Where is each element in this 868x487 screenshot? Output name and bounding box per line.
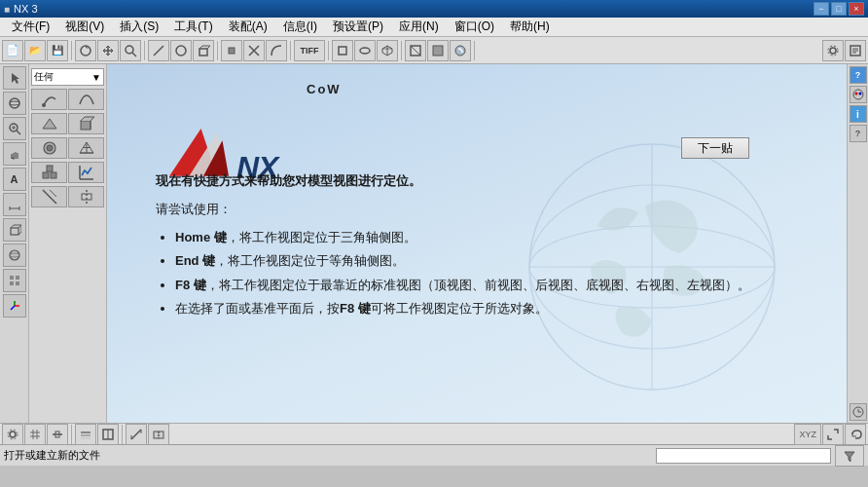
extrude-button[interactable] [193, 40, 214, 61]
circle-icon [174, 44, 188, 57]
svg-rect-35 [10, 281, 14, 285]
section-button[interactable] [148, 424, 169, 445]
analysis-button[interactable] [68, 162, 104, 183]
trim-button[interactable] [243, 40, 265, 61]
sidebar-sphere-button[interactable] [3, 244, 26, 267]
menu-application[interactable]: 应用(N) [391, 17, 447, 37]
bottom-right-1[interactable] [822, 424, 844, 445]
menu-preferences[interactable]: 预设置(P) [325, 17, 391, 37]
rotate-button[interactable] [75, 40, 96, 61]
bottom-right-2[interactable] [845, 424, 866, 445]
maximize-button[interactable]: □ [831, 2, 847, 16]
image-button[interactable]: TIFF [294, 40, 325, 61]
sketch-button[interactable] [31, 89, 67, 110]
info-button[interactable]: i [850, 105, 867, 123]
constraint-button[interactable] [47, 424, 68, 445]
front-view-icon [336, 44, 349, 57]
zoom-button[interactable] [120, 40, 141, 61]
open-file-button[interactable]: 📂 [24, 40, 46, 61]
fillet-button[interactable] [266, 40, 287, 61]
toolbar-sep-1 [71, 41, 72, 60]
menu-window[interactable]: 窗口(O) [447, 17, 502, 37]
menu-insert[interactable]: 插入(S) [112, 17, 166, 37]
undo-icon [849, 428, 862, 441]
tip-item-2-bold: End 键 [175, 253, 215, 268]
sidebar-3daxis-button[interactable] [3, 294, 26, 318]
mesh-button[interactable] [68, 137, 104, 159]
help-icon: ? [855, 70, 861, 80]
svg-point-31 [10, 250, 19, 260]
iso-view-button[interactable] [377, 40, 398, 61]
palette-button[interactable] [850, 86, 867, 103]
filter-status-button[interactable] [835, 445, 864, 467]
menu-help[interactable]: 帮助(H) [502, 17, 558, 37]
new-file-button[interactable]: 📄 [2, 40, 23, 61]
sidebar-select-button[interactable] [3, 66, 26, 90]
sidebar-pan-button[interactable] [3, 142, 26, 166]
menu-file[interactable]: 文件(F) [4, 17, 57, 37]
sidebar-rotate-button[interactable] [3, 92, 26, 115]
coord-button[interactable]: XYZ [794, 424, 821, 445]
top-view-button[interactable] [354, 40, 376, 61]
next-tip-button[interactable]: 下一贴 [681, 137, 749, 159]
clock-button[interactable] [850, 403, 867, 421]
tip-item-1-text: ，将工作视图定位于三角轴侧图。 [227, 230, 416, 244]
title-bar-left: ■ NX 3 [4, 3, 38, 15]
circle-button[interactable] [170, 40, 192, 61]
panel-row-2 [31, 113, 104, 134]
top-view-icon [358, 44, 372, 57]
toolbar-sep-2 [144, 41, 145, 60]
filter-dropdown[interactable]: 任何 ▼ [31, 68, 104, 86]
sidebar-text-button[interactable]: A [3, 168, 26, 191]
render-button[interactable] [450, 40, 471, 61]
properties-button[interactable] [845, 40, 866, 61]
snap-button[interactable] [2, 424, 23, 445]
grid-button[interactable] [24, 424, 46, 445]
view-prefs-button[interactable] [97, 424, 119, 445]
curve-button[interactable] [68, 89, 104, 110]
move-button[interactable] [221, 40, 242, 61]
save-button[interactable]: 💾 [47, 40, 68, 61]
line-button[interactable] [148, 40, 169, 61]
align-button[interactable] [68, 186, 104, 207]
svg-point-1 [126, 46, 133, 54]
hand-icon [8, 147, 21, 161]
layer-button[interactable] [75, 424, 96, 445]
measure-button[interactable] [126, 424, 147, 445]
solid-button[interactable] [68, 113, 104, 134]
sidebar-dim-button[interactable] [3, 193, 26, 216]
shaded-button[interactable] [427, 40, 449, 61]
menu-info[interactable]: 信息(I) [275, 17, 325, 37]
question-button[interactable]: ? [850, 125, 867, 142]
close-button[interactable]: × [849, 2, 864, 16]
draft-icon [41, 188, 58, 206]
front-view-button[interactable] [332, 40, 353, 61]
sidebar-pattern-button[interactable] [3, 269, 26, 292]
settings-button[interactable] [822, 40, 844, 61]
menu-view[interactable]: 视图(V) [57, 17, 112, 37]
content-area: NX CoW 下一贴 现在有快捷方式来帮助您对模型视图进行定位。 请尝试使用： … [107, 64, 847, 423]
help-button[interactable]: ? [850, 66, 867, 84]
svg-line-3 [154, 46, 163, 56]
pan-button[interactable] [97, 40, 119, 61]
toolbar-sep-7 [474, 41, 475, 60]
minimize-button[interactable]: − [814, 2, 829, 16]
svg-point-21 [10, 98, 19, 108]
dropdown-arrow-icon: ▼ [91, 72, 101, 83]
svg-point-64 [854, 93, 857, 95]
render-icon [453, 44, 467, 57]
svg-point-4 [176, 46, 186, 56]
align-icon [78, 188, 95, 206]
draft-button[interactable] [31, 186, 67, 207]
command-input[interactable] [656, 448, 831, 464]
sidebar-zoom-button[interactable] [3, 117, 26, 140]
toolbar-sep-3 [217, 41, 218, 60]
wireframe-button[interactable] [405, 40, 426, 61]
menu-tools[interactable]: 工具(T) [166, 17, 220, 37]
surface-button[interactable] [31, 113, 67, 134]
zoom-icon [124, 44, 137, 57]
feature-button[interactable] [31, 137, 67, 159]
assembly-button[interactable] [31, 162, 67, 183]
menu-assembly[interactable]: 装配(A) [221, 17, 275, 37]
sidebar-block-button[interactable] [3, 218, 26, 242]
